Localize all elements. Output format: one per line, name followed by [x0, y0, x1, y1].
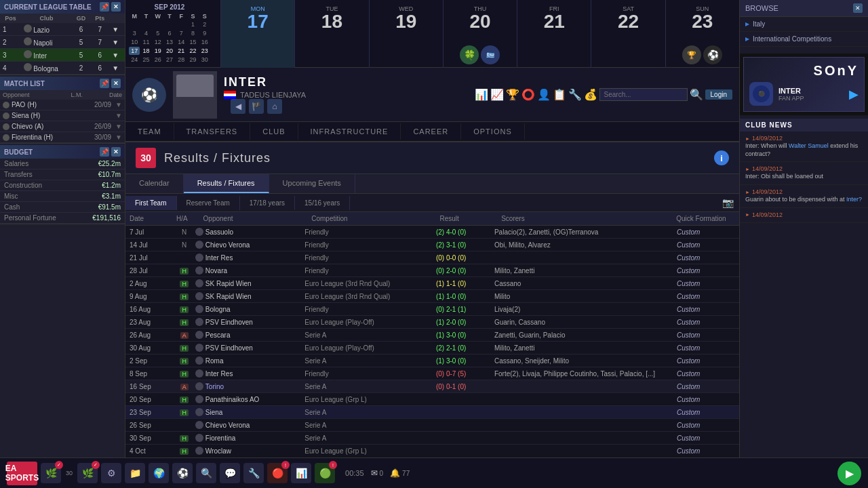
- fixture-row[interactable]: 20 Sep H Panathinaikos AO Euro League (G…: [125, 393, 739, 406]
- cal-day[interactable]: 20: [164, 47, 175, 55]
- bottom-icon-7[interactable]: 🔍: [196, 463, 216, 483]
- cal-day[interactable]: 17: [129, 47, 140, 55]
- cal-day[interactable]: 13: [164, 38, 175, 46]
- day-column[interactable]: SAT22: [591, 0, 665, 68]
- cal-day[interactable]: 1: [187, 20, 198, 28]
- tab-infrastructure[interactable]: INFRASTRUCTURE: [298, 123, 401, 140]
- toolbar-icon-7[interactable]: 🔧: [568, 88, 582, 101]
- cal-day[interactable]: 24: [129, 56, 140, 64]
- day-column[interactable]: THU20 🍀 🇬🇷: [443, 0, 517, 68]
- fixture-row[interactable]: 21 Jul Inter Res Friendly (0) 0-0 (0) Cu…: [125, 251, 739, 264]
- cal-day[interactable]: 26: [153, 56, 163, 64]
- sub-tab-results--fixtures[interactable]: Results / Fixtures: [184, 174, 269, 193]
- day-column[interactable]: WED19: [369, 0, 443, 68]
- match-list-item[interactable]: Siena (H) ▼: [0, 110, 125, 121]
- bottom-icon-11[interactable]: 📊: [291, 463, 311, 483]
- fixture-row[interactable]: 30 Aug H PSV Eindhoven Euro League (Play…: [125, 342, 739, 354]
- login-button[interactable]: Login: [705, 89, 732, 100]
- browse-item-italy[interactable]: ▶Italy: [740, 17, 868, 32]
- cal-day[interactable]: 28: [176, 56, 186, 64]
- toolbar-icon-8[interactable]: 💰: [584, 88, 597, 101]
- sub-tab-upcoming-events[interactable]: Upcoming Events: [269, 174, 355, 193]
- search-icon[interactable]: 🔍: [690, 88, 703, 101]
- bottom-icon-6[interactable]: ⚽: [172, 463, 193, 483]
- cal-day[interactable]: 4: [140, 29, 151, 37]
- bottom-icon-1[interactable]: 🌿 ✓: [41, 463, 61, 483]
- league-table-pin[interactable]: 📌: [100, 2, 109, 12]
- cal-day[interactable]: 3: [129, 29, 140, 37]
- event-badge-1[interactable]: 🍀: [460, 45, 479, 64]
- league-table-row[interactable]: 3 Inter 5 6 ▼: [0, 49, 125, 62]
- match-list-item[interactable]: Chievo (A) 26/09 ▼: [0, 121, 125, 132]
- tab-career[interactable]: CAREER: [401, 123, 461, 140]
- cal-day[interactable]: 23: [199, 47, 210, 55]
- fixture-row[interactable]: 16 Sep A Torino Serie A (0) 0-1 (0) Cust…: [125, 380, 739, 393]
- tab-club[interactable]: CLUB: [250, 123, 298, 140]
- fixture-row[interactable]: 8 Sep H Inter Res Friendly (0) 0-7 (5) F…: [125, 367, 739, 380]
- fixture-row[interactable]: 14 Jul N Chievo Verona Friendly (2) 3-1 …: [125, 239, 739, 251]
- cal-day[interactable]: 27: [164, 56, 175, 64]
- team-tab-15/16-years[interactable]: 15/16 years: [295, 196, 350, 210]
- tab-options[interactable]: OPTIONS: [461, 123, 525, 140]
- match-list-item[interactable]: PAO (H) 20/09 ▼: [0, 100, 125, 110]
- cal-day[interactable]: 5: [153, 29, 163, 37]
- cal-day[interactable]: 8: [187, 29, 198, 37]
- browse-close[interactable]: ✕: [853, 3, 863, 13]
- cal-day[interactable]: 10: [129, 38, 140, 46]
- toolbar-icon-1[interactable]: 📊: [475, 88, 488, 101]
- search-input[interactable]: [599, 88, 688, 101]
- day-column[interactable]: MON17: [220, 0, 294, 68]
- toolbar-icon-6[interactable]: 📋: [553, 88, 566, 101]
- bottom-icon-5[interactable]: 🌍: [149, 463, 169, 483]
- match-list-pin[interactable]: 📌: [100, 79, 109, 88]
- fixture-row[interactable]: 26 Aug A Pescara Serie A (1) 3-0 (0) Zan…: [125, 329, 739, 342]
- bottom-icon-10[interactable]: 🔴 !: [267, 463, 288, 483]
- fixture-row[interactable]: 9 Aug H SK Rapid Wien Euro League (3rd R…: [125, 290, 739, 303]
- continue-button[interactable]: ▶: [837, 462, 861, 485]
- toolbar-icon-4[interactable]: ⭕: [521, 88, 535, 101]
- fixture-row[interactable]: 2 Sep H Roma Serie A (1) 3-0 (0) Cassano…: [125, 354, 739, 367]
- cal-day[interactable]: 21: [176, 47, 186, 55]
- fixture-row[interactable]: 4 Oct H Wroclaw Euro League (Grp L) Cust…: [125, 445, 739, 456]
- bottom-icon-2[interactable]: 🌿 ✓: [77, 463, 98, 483]
- sub-tab-calendar[interactable]: Calendar: [125, 174, 184, 193]
- cal-day[interactable]: 9: [199, 29, 210, 37]
- fixture-row[interactable]: 28 Jul H Novara Friendly (0) 2-0 (0) Mil…: [125, 264, 739, 277]
- cal-day[interactable]: 11: [140, 38, 151, 46]
- cal-day[interactable]: 2: [199, 20, 210, 28]
- league-table-close[interactable]: ✕: [111, 2, 121, 12]
- team-tab-first-team[interactable]: First Team: [125, 196, 177, 210]
- league-table-row[interactable]: 2 Napoli 5 7 ▼: [0, 36, 125, 49]
- cal-day[interactable]: 30: [199, 56, 210, 64]
- bottom-icon-9[interactable]: 🔧: [243, 463, 264, 483]
- cal-day[interactable]: 6: [164, 29, 175, 37]
- tab-team[interactable]: TEAM: [125, 123, 174, 140]
- bottom-icon-4[interactable]: 📁: [125, 463, 145, 483]
- event-badge-3[interactable]: 🏆: [682, 45, 701, 64]
- camera-icon[interactable]: 📷: [717, 194, 739, 211]
- nav-flag[interactable]: 🏴: [249, 99, 264, 114]
- browse-item-international-competitions[interactable]: ▶International Competitions: [740, 32, 868, 47]
- play-button[interactable]: ▶: [849, 87, 859, 102]
- budget-close[interactable]: ✕: [111, 147, 121, 157]
- bottom-icon-12[interactable]: 🟢 !: [315, 463, 335, 483]
- fixture-row[interactable]: 23 Sep H Siena Serie A Custom: [125, 406, 739, 419]
- cal-day[interactable]: 25: [140, 56, 151, 64]
- cal-day[interactable]: 15: [187, 38, 198, 46]
- fixtures-scroll-area[interactable]: 7 Jul N Sassuolo Friendly (2) 4-0 (0) Pa…: [125, 226, 739, 456]
- match-list-item[interactable]: Fiorentina (H) 30/09 ▼: [0, 132, 125, 143]
- fixture-row[interactable]: 30 Sep H Fiorentina Serie A Custom: [125, 432, 739, 445]
- toolbar-icon-2[interactable]: 📈: [490, 88, 504, 101]
- cal-day[interactable]: 18: [140, 47, 151, 55]
- cal-day[interactable]: 7: [176, 29, 186, 37]
- nav-home[interactable]: ⌂: [267, 99, 282, 114]
- team-tab-17/18-years[interactable]: 17/18 years: [240, 196, 295, 210]
- fixture-row[interactable]: 7 Jul N Sassuolo Friendly (2) 4-0 (0) Pa…: [125, 226, 739, 239]
- day-column[interactable]: TUE18: [294, 0, 368, 68]
- league-table-row[interactable]: 1 Lazio 6 7 ▼: [0, 23, 125, 36]
- team-tab-reserve-team[interactable]: Reserve Team: [177, 196, 240, 210]
- cal-day[interactable]: 16: [199, 38, 210, 46]
- cal-day[interactable]: 22: [187, 47, 198, 55]
- fixture-row[interactable]: 2 Aug H SK Rapid Wien Euro League (3rd R…: [125, 277, 739, 290]
- bottom-icon-8[interactable]: 💬: [220, 463, 240, 483]
